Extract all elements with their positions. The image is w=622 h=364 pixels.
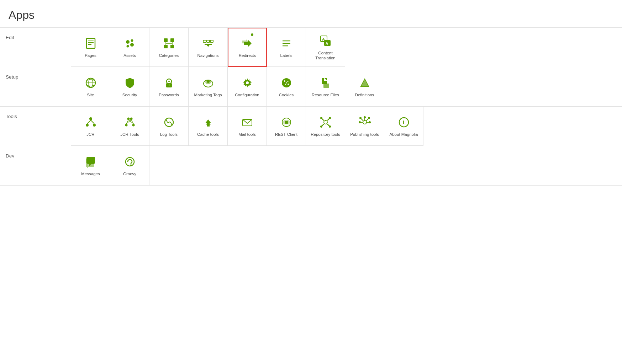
svg-point-6 [130, 43, 134, 47]
resource-files-label: Resource Files [312, 93, 339, 98]
section-items-edit: PagesAssetsCategoriesNavigationsRedirect… [71, 28, 622, 67]
svg-marker-49 [361, 79, 368, 86]
mail-tools-icon [241, 115, 254, 129]
app-item-about-magnolia[interactable]: iAbout Magnolia [384, 107, 423, 146]
app-item-content-translation[interactable]: AAContent Translation [306, 28, 345, 67]
app-item-redirects[interactable]: Redirects [228, 28, 267, 67]
assets-label: Assets [123, 53, 136, 58]
svg-rect-0 [86, 38, 95, 48]
app-item-resource-files[interactable]: Resource Files [306, 67, 345, 106]
about-magnolia-label: About Magnolia [389, 132, 418, 137]
app-item-assets[interactable]: Assets [110, 28, 149, 67]
section-tools: ToolsJCRJCR ToolsLog ToolsCache toolsMai… [0, 107, 622, 146]
app-item-configuration[interactable]: Configuration [228, 67, 267, 106]
messages-label: Messages [81, 172, 100, 177]
svg-text:A: A [326, 42, 328, 46]
cache-tools-icon [202, 115, 215, 129]
security-label: Security [122, 93, 137, 98]
messages-icon [84, 155, 97, 169]
security-icon [123, 76, 136, 90]
publishing-tools-label: Publishing tools [350, 132, 379, 137]
svg-point-58 [132, 124, 135, 126]
svg-point-43 [288, 84, 289, 85]
notification-dot [251, 33, 253, 36]
svg-point-38 [246, 81, 249, 84]
svg-rect-9 [170, 38, 174, 42]
passwords-label: Passwords [159, 93, 179, 98]
svg-point-70 [329, 125, 331, 128]
pages-label: Pages [85, 53, 96, 58]
app-item-categories[interactable]: Categories [149, 28, 189, 67]
log-tools-icon [163, 115, 175, 129]
definitions-label: Definitions [355, 93, 374, 98]
svg-point-76 [359, 121, 361, 123]
jcr-label: JCR [86, 132, 94, 137]
content-translation-icon: AA [319, 34, 332, 48]
app-item-groovy[interactable]: Groovy [110, 146, 149, 185]
svg-point-42 [285, 84, 286, 85]
apps-grid: EditPagesAssetsCategoriesNavigationsRedi… [0, 28, 622, 186]
svg-point-52 [93, 124, 96, 127]
pages-icon [84, 36, 97, 50]
app-item-repository-tools[interactable]: Repository tools [306, 107, 345, 146]
app-item-marketing-tags[interactable]: Marketing Tags [189, 67, 228, 106]
page-title: Apps [0, 0, 622, 28]
redirects-label: Redirects [239, 53, 256, 58]
svg-point-57 [125, 124, 127, 126]
app-item-pages[interactable]: Pages [71, 28, 110, 67]
marketing-tags-label: Marketing Tags [194, 93, 222, 98]
app-item-cookies[interactable]: Cookies [267, 67, 306, 106]
app-item-rest-client[interactable]: REST Client [267, 107, 306, 146]
app-item-cache-tools[interactable]: Cache tools [189, 107, 228, 146]
svg-rect-11 [170, 45, 174, 48]
svg-point-77 [364, 116, 366, 118]
app-item-jcr[interactable]: JCR [71, 107, 110, 146]
rest-client-icon [280, 115, 293, 129]
section-label-tools: Tools [0, 107, 71, 146]
section-items-setup: SiteSecurityPasswordsMarketing TagsConfi… [71, 67, 622, 106]
groovy-label: Groovy [123, 172, 136, 177]
svg-point-51 [86, 124, 89, 127]
svg-rect-8 [164, 38, 168, 42]
publishing-tools-icon [358, 115, 371, 129]
app-item-mail-tools[interactable]: Mail tools [228, 107, 267, 146]
app-item-publishing-tools[interactable]: Publishing tools [345, 107, 384, 146]
site-label: Site [87, 93, 94, 98]
svg-point-68 [320, 117, 322, 119]
log-tools-label: Log Tools [160, 132, 178, 137]
section-setup: SetupSiteSecurityPasswordsMarketing Tags… [0, 67, 622, 107]
section-label-dev: Dev [0, 146, 71, 185]
labels-label: Labels [280, 53, 292, 58]
definitions-icon [358, 76, 371, 90]
app-item-passwords[interactable]: Passwords [149, 67, 189, 106]
app-item-labels[interactable]: Labels [267, 28, 306, 67]
svg-point-74 [368, 117, 370, 119]
jcr-icon [84, 115, 97, 129]
svg-line-54 [91, 120, 94, 124]
svg-text:i: i [403, 119, 404, 125]
app-item-navigations[interactable]: Navigations [189, 28, 228, 67]
assets-icon [123, 36, 136, 50]
app-item-security[interactable]: Security [110, 67, 149, 106]
svg-rect-17 [210, 40, 213, 42]
repository-tools-icon [319, 115, 332, 129]
svg-point-4 [126, 40, 130, 44]
cache-tools-label: Cache tools [197, 132, 219, 137]
app-item-messages[interactable]: Messages [71, 146, 110, 185]
jcr-tools-icon [123, 115, 136, 129]
svg-point-56 [130, 117, 132, 120]
app-item-site[interactable]: Site [71, 67, 110, 106]
section-label-edit: Edit [0, 28, 71, 67]
passwords-icon [163, 76, 175, 90]
app-item-jcr-tools[interactable]: JCR Tools [110, 107, 149, 146]
svg-point-81 [130, 165, 132, 166]
groovy-icon [123, 155, 136, 169]
navigations-label: Navigations [197, 53, 218, 58]
svg-marker-19 [206, 44, 210, 47]
app-item-log-tools[interactable]: Log Tools [149, 107, 189, 146]
svg-point-55 [127, 117, 130, 120]
section-items-dev: MessagesGroovy [71, 146, 622, 185]
configuration-icon [241, 76, 254, 90]
app-item-definitions[interactable]: Definitions [345, 67, 384, 106]
svg-point-50 [89, 117, 92, 120]
